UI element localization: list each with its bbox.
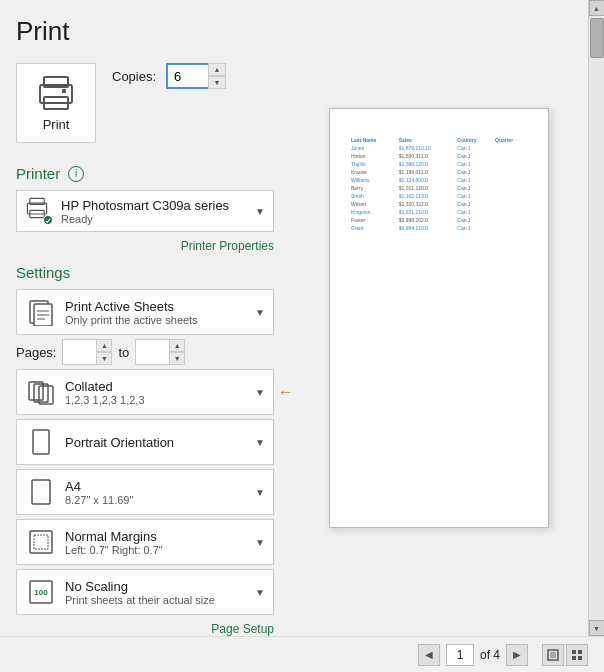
paper-size-text: A4 8.27" x 11.69" xyxy=(65,479,255,506)
margins-arrow: ▼ xyxy=(255,537,265,548)
view-icons xyxy=(542,644,588,666)
next-page-button[interactable]: ▶ xyxy=(506,644,528,666)
page-setup-link[interactable]: Page Setup xyxy=(211,622,274,636)
scaling-icon: 100 xyxy=(25,576,57,608)
paper-size-setting[interactable]: A4 8.27" x 11.69" ▼ xyxy=(16,469,274,515)
svg-rect-17 xyxy=(30,531,52,553)
pages-label: Pages: xyxy=(16,345,56,360)
page-title: Print xyxy=(16,16,274,47)
printer-properties-link[interactable]: Printer Properties xyxy=(181,239,274,253)
printer-section-header: Printer i xyxy=(16,165,274,182)
pages-from-spinners: ▲ ▼ xyxy=(96,339,112,365)
collation-setting[interactable]: Collated 1,2,3 1,2,3 1,2,3 ▼ ← xyxy=(16,369,274,415)
printer-properties-wrap: Printer Properties xyxy=(16,236,274,254)
margins-setting[interactable]: Normal Margins Left: 0.7" Right: 0.7" ▼ xyxy=(16,519,274,565)
orientation-arrow: ▼ xyxy=(255,437,265,448)
margins-icon xyxy=(25,526,57,558)
margins-main: Normal Margins xyxy=(65,529,255,544)
pages-from-wrap: ▲ ▼ xyxy=(62,339,112,365)
print-button-label: Print xyxy=(43,117,70,132)
print-button[interactable]: Print xyxy=(16,63,96,143)
preview-sheet: Last Name Sales Country Quarter Jones$1,… xyxy=(349,128,529,508)
right-scrollbar: ▲ ▼ xyxy=(588,0,604,636)
collation-text: Collated 1,2,3 1,2,3 1,2,3 xyxy=(65,379,255,406)
margins-text: Normal Margins Left: 0.7" Right: 0.7" xyxy=(65,529,255,556)
paper-size-sub: 8.27" x 11.69" xyxy=(65,494,255,506)
svg-rect-18 xyxy=(34,535,48,549)
zoom-button[interactable] xyxy=(566,644,588,666)
orientation-main: Portrait Orientation xyxy=(65,435,255,450)
copies-label: Copies: xyxy=(112,69,156,84)
printer-name: HP Photosmart C309a series xyxy=(61,198,247,213)
copies-input-wrap: ▲ ▼ xyxy=(166,63,226,89)
pages-from-down[interactable]: ▼ xyxy=(96,352,112,365)
current-page-box: 1 xyxy=(446,644,474,666)
left-panel: Print Print Copies: xyxy=(0,0,290,636)
print-what-setting[interactable]: Print Active Sheets Only print the activ… xyxy=(16,289,274,335)
print-sheets-icon xyxy=(25,296,57,328)
svg-rect-16 xyxy=(32,480,50,504)
fit-page-button[interactable] xyxy=(542,644,564,666)
print-sheets-arrow: ▼ xyxy=(255,307,265,318)
orientation-setting[interactable]: Portrait Orientation ▼ xyxy=(16,419,274,465)
print-preview: Last Name Sales Country Quarter Jones$1,… xyxy=(329,108,549,528)
zoom-icon xyxy=(571,649,583,661)
margins-sub: Left: 0.7" Right: 0.7" xyxy=(65,544,255,556)
printer-status: Ready xyxy=(61,213,247,225)
collation-main: Collated xyxy=(65,379,255,394)
bottom-nav: ◀ 1 of 4 ▶ xyxy=(0,636,604,672)
printer-dropdown-arrow: ▼ xyxy=(255,206,265,217)
scroll-thumb[interactable] xyxy=(590,18,604,58)
scroll-track xyxy=(589,16,605,620)
printer-selector[interactable]: HP Photosmart C309a series Ready ▼ xyxy=(16,190,274,232)
pages-from-up[interactable]: ▲ xyxy=(96,339,112,352)
printer-status-dot xyxy=(43,215,53,225)
collated-indicator-arrow: ← xyxy=(277,382,290,403)
print-sheets-sub: Only print the active sheets xyxy=(65,314,255,326)
scaling-setting[interactable]: 100 No Scaling Print sheets at their act… xyxy=(16,569,274,615)
prev-page-button[interactable]: ◀ xyxy=(418,644,440,666)
svg-rect-25 xyxy=(572,656,576,660)
info-icon[interactable]: i xyxy=(68,166,84,182)
svg-rect-3 xyxy=(62,89,66,93)
scaling-text: No Scaling Print sheets at their actual … xyxy=(65,579,255,606)
page-setup-wrap: Page Setup xyxy=(16,619,274,636)
printer-icon xyxy=(36,75,76,111)
orientation-icon xyxy=(25,426,57,458)
scaling-main: No Scaling xyxy=(65,579,255,594)
copies-down-button[interactable]: ▼ xyxy=(208,76,226,89)
current-page: 1 xyxy=(457,648,464,662)
pages-to-wrap: ▲ ▼ xyxy=(135,339,185,365)
svg-rect-23 xyxy=(572,650,576,654)
page-of-text: of 4 xyxy=(480,648,500,662)
svg-rect-24 xyxy=(578,650,582,654)
pages-to-down[interactable]: ▼ xyxy=(169,352,185,365)
pages-to-up[interactable]: ▲ xyxy=(169,339,185,352)
scroll-down-button[interactable]: ▼ xyxy=(589,620,605,636)
print-sheets-main: Print Active Sheets xyxy=(65,299,255,314)
settings-section-header: Settings xyxy=(16,264,274,281)
collation-arrow: ▼ xyxy=(255,387,265,398)
fit-page-icon xyxy=(547,649,559,661)
svg-rect-26 xyxy=(578,656,582,660)
printer-info: HP Photosmart C309a series Ready xyxy=(61,198,247,225)
svg-rect-22 xyxy=(550,652,556,658)
print-sheets-text: Print Active Sheets Only print the activ… xyxy=(65,299,255,326)
pages-to-label: to xyxy=(118,345,129,360)
scaling-sub: Print sheets at their actual size xyxy=(65,594,255,606)
collation-sub: 1,2,3 1,2,3 1,2,3 xyxy=(65,394,255,406)
orientation-text: Portrait Orientation xyxy=(65,435,255,450)
copies-up-button[interactable]: ▲ xyxy=(208,63,226,76)
copies-spinners: ▲ ▼ xyxy=(208,63,226,89)
pages-to-spinners: ▲ ▼ xyxy=(169,339,185,365)
preview-table: Last Name Sales Country Quarter Jones$1,… xyxy=(349,136,529,232)
scaling-arrow: ▼ xyxy=(255,587,265,598)
pages-row: Pages: ▲ ▼ to ▲ ▼ xyxy=(16,339,274,365)
printer-icon-wrap xyxy=(25,197,53,225)
paper-size-main: A4 xyxy=(65,479,255,494)
copies-row: Copies: ▲ ▼ xyxy=(112,63,226,89)
scroll-up-button[interactable]: ▲ xyxy=(589,0,605,16)
svg-rect-15 xyxy=(33,430,49,454)
collation-icon xyxy=(25,376,57,408)
paper-size-arrow: ▼ xyxy=(255,487,265,498)
